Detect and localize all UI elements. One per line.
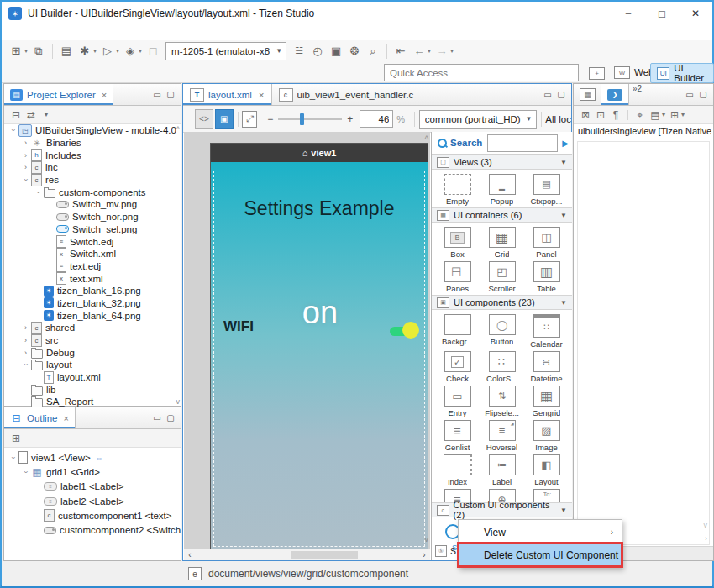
tree-item[interactable]: layout.xml [4, 371, 181, 384]
close-icon[interactable] [63, 413, 68, 423]
outline-item[interactable]: label2 <Label> [4, 494, 181, 508]
tree-arrow-icon[interactable] [20, 323, 31, 332]
tree-item[interactable]: text.xml [4, 272, 181, 285]
palette-search-input[interactable] [487, 134, 558, 152]
section-views-header[interactable]: ▢ Views (3) [432, 155, 572, 170]
tree-arrow-icon[interactable] [20, 336, 31, 344]
tree-item[interactable]: lib [4, 383, 181, 396]
tree-arrow-icon[interactable] [20, 176, 31, 184]
palette-item[interactable]: Datetime [524, 349, 569, 384]
scroll-up-icon[interactable]: ^ [176, 126, 180, 134]
minimize-panel-icon[interactable]: ▭ [683, 90, 696, 99]
palette-item[interactable]: Ctxpop... [524, 172, 569, 207]
debug-icon[interactable]: ✱ [76, 43, 93, 60]
outline-item[interactable]: view1 <View> ⇔ [4, 450, 181, 465]
menu-item-delete-custom-ui-component[interactable]: Delete Custom UI Component [459, 543, 622, 566]
maximize-panel-icon[interactable]: ▢ [554, 90, 568, 99]
device-combo[interactable]: m-1205-1 (emulator-x86) [165, 42, 286, 60]
tree-item[interactable]: Switch_nor.png [4, 211, 181, 223]
tree-item[interactable]: Debug [4, 346, 181, 359]
palette-item[interactable]: Backgr... [435, 312, 480, 349]
tree-arrow-icon[interactable] [8, 126, 18, 134]
tree-item[interactable]: Binaries [4, 137, 181, 150]
phone-preview[interactable]: view1 Settings Example WIFI on [210, 143, 428, 549]
word-wrap-icon[interactable]: ¶ [608, 109, 623, 121]
package-icon[interactable]: ▣ [328, 43, 344, 60]
canvas-scroll-down-icon[interactable]: v [425, 535, 429, 543]
tree-item[interactable]: tizen_blank_64.png [4, 309, 181, 322]
console-output[interactable]: v › [577, 141, 710, 545]
tree-item[interactable]: Switch.edj [4, 235, 181, 248]
fit-to-screen-icon[interactable] [242, 111, 257, 128]
palette-item[interactable]: Popup [480, 172, 524, 207]
palette-item[interactable]: Hoversel [480, 418, 524, 453]
design-view-toggle[interactable]: ▣ [215, 109, 234, 129]
scroll-right-icon[interactable]: › [418, 550, 430, 559]
maximize-button[interactable] [645, 2, 679, 25]
run-icon[interactable]: ▷ [99, 43, 116, 60]
link-editor-icon[interactable]: ⇄ [24, 109, 39, 121]
pin-console-icon[interactable]: ⌖ [633, 109, 648, 121]
scroll-lock-icon[interactable]: ⊡ [593, 109, 608, 121]
palette-item[interactable]: Scroller [480, 260, 524, 294]
tab-layout-xml[interactable]: layout.xml × [183, 84, 272, 105]
locale-combo[interactable]: All loc [545, 114, 571, 124]
certificate-icon[interactable]: ❂ [346, 43, 363, 60]
palette-item[interactable]: Index [435, 453, 480, 487]
palette-bottom-partial-item[interactable]: S [435, 545, 456, 557]
wifi-state-label[interactable]: on [286, 295, 354, 331]
tree-arrow-icon[interactable] [20, 360, 31, 369]
tree-item[interactable]: layout [4, 359, 181, 371]
maximize-panel-icon[interactable]: ▢ [164, 413, 177, 423]
outline-item[interactable]: label1 <Label> [4, 480, 181, 494]
canvas-scroll-up-icon[interactable]: ^ [425, 134, 428, 143]
collapse-section-icon[interactable] [560, 299, 567, 307]
tab-console[interactable] [601, 84, 629, 105]
tree-arrow-icon[interactable] [20, 349, 31, 357]
debug-dropdown-icon[interactable] [93, 47, 97, 55]
view-menu-icon[interactable]: ▼ [39, 111, 54, 118]
dynamic-analyzer-icon[interactable]: ◴ [309, 43, 326, 60]
tree-item[interactable]: text.edj [4, 260, 181, 273]
scroll-down-icon[interactable]: v [176, 398, 181, 406]
save-all-icon[interactable]: ⧉ [30, 43, 47, 60]
chevron-down-icon[interactable] [662, 111, 665, 118]
chevron-down-icon[interactable] [681, 111, 685, 118]
close-button[interactable] [679, 2, 712, 25]
palette-item[interactable]: Calendar [524, 312, 569, 349]
profile-icon[interactable]: ◈ [122, 43, 139, 60]
tree-item[interactable]: custom-components [4, 186, 181, 198]
palette-item[interactable]: Grid [480, 225, 524, 260]
profile-dropdown-icon[interactable] [139, 47, 142, 55]
tree-item[interactable]: shared [4, 322, 181, 334]
palette-item[interactable]: Entry [435, 384, 480, 418]
palette-item[interactable]: Layout [524, 453, 569, 487]
outline-item[interactable]: customcomponent1 <text> [4, 508, 181, 522]
tree-item[interactable]: Switch.xml [4, 248, 181, 260]
tree-item[interactable]: src [4, 334, 181, 347]
search-go-icon[interactable] [562, 139, 569, 148]
tree-item[interactable]: tizen_blank_32.png [4, 297, 181, 310]
section-components-header[interactable]: ▣ UI components (23) [432, 295, 572, 310]
tab-properties[interactable] [574, 84, 601, 105]
palette-item[interactable]: Box [435, 225, 480, 260]
zoom-slider-thumb[interactable] [300, 113, 304, 125]
palette-item[interactable]: Gengrid [524, 384, 569, 418]
outline-item[interactable]: customcomponent2 <Switch> [4, 522, 181, 537]
tree-arrow-icon[interactable] [8, 454, 18, 462]
tree-arrow-icon[interactable] [20, 151, 31, 160]
zoom-in-button[interactable]: + [345, 113, 354, 125]
palette-item[interactable]: ColorS... [480, 349, 524, 384]
tab-event-handler-c[interactable]: uib_view1_event_handler.c [272, 84, 421, 105]
resolution-combo[interactable]: common (portrait_HD) [419, 110, 537, 129]
new-dropdown-icon[interactable] [24, 47, 28, 55]
api-checker-icon[interactable]: ⌕ [365, 43, 381, 60]
tree-item[interactable]: res [4, 174, 181, 186]
design-canvas[interactable]: view1 Settings Example WIFI on ^ v [184, 132, 430, 549]
tree-item[interactable]: Includes [4, 149, 181, 161]
tree-item[interactable]: UIBuilderSingleView - mobile-4.0 [4, 124, 181, 137]
zoom-slider[interactable] [278, 118, 342, 120]
settings-heading[interactable]: Settings Example [211, 197, 428, 220]
palette-item[interactable]: Panes [435, 260, 480, 294]
tree-arrow-icon[interactable] [33, 188, 44, 197]
